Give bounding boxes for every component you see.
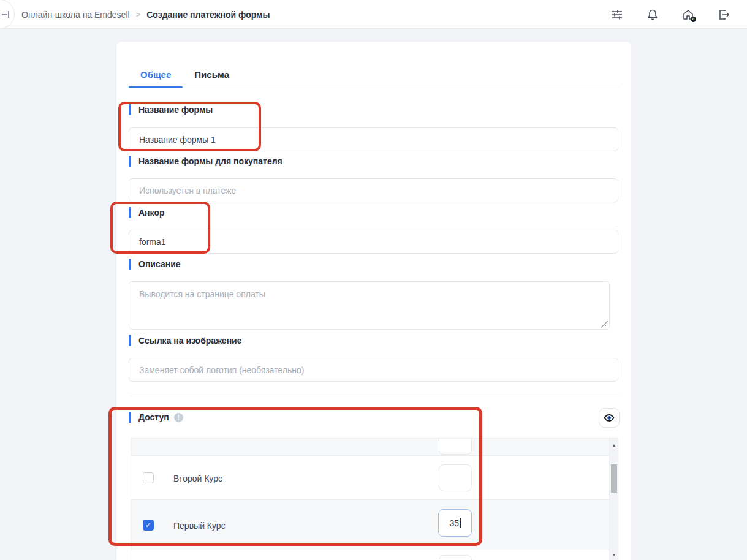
breadcrumb-separator: > [136, 10, 141, 19]
label-accent-bar [129, 207, 131, 218]
image-link-label: Ссылка на изображение [129, 335, 242, 346]
table-row-first-course: ✓ Первый Курс 35 [131, 500, 610, 550]
anchor-input[interactable] [129, 230, 618, 254]
home-icon[interactable]: 0 [682, 9, 694, 21]
access-label: Доступ ! [129, 412, 183, 423]
access-value-input[interactable] [439, 464, 472, 491]
section-divider [129, 396, 618, 396]
label-accent-bar [129, 412, 131, 423]
course-name: Первый Курс [173, 521, 226, 531]
scroll-up-arrow[interactable]: ▲ [610, 441, 618, 450]
breadcrumb-current: Создание платежной формы [146, 10, 270, 20]
collapse-icon [2, 14, 7, 15]
toggle-visibility-button[interactable] [599, 408, 620, 428]
label-accent-bar [129, 104, 131, 115]
table-row-second-course: Второй Курс [131, 456, 610, 500]
settings-sliders-icon[interactable] [611, 9, 623, 21]
tab-bar: Общее Письма [129, 60, 241, 88]
sidebar-collapse-button[interactable] [0, 0, 15, 29]
label-accent-bar [129, 156, 131, 167]
description-label: Описание [129, 259, 181, 270]
scrollbar-thumb[interactable] [611, 464, 617, 493]
buyer-name-label: Название формы для покупателя [129, 156, 282, 167]
access-value-input[interactable] [439, 555, 472, 560]
home-badge: 0 [691, 17, 696, 22]
anchor-label: Анкор [129, 207, 165, 218]
tab-letters[interactable]: Письма [183, 60, 241, 88]
breadcrumb-parent[interactable]: Онлайн-школа на Emdesell [21, 10, 130, 20]
scroll-down-arrow[interactable]: ▼ [610, 551, 618, 559]
access-value-input-focused[interactable]: 35 [438, 509, 472, 537]
label-accent-bar [129, 259, 131, 270]
course-checkbox[interactable] [143, 472, 154, 483]
label-accent-bar [129, 335, 131, 346]
breadcrumb: Онлайн-школа на Emdesell > Создание плат… [21, 0, 270, 29]
info-icon[interactable]: ! [174, 413, 183, 422]
logout-icon[interactable] [718, 9, 730, 21]
table-row-partial [131, 439, 610, 456]
form-name-input[interactable] [129, 127, 618, 151]
notifications-bell-icon[interactable] [647, 9, 659, 21]
form-name-label: Название формы [129, 104, 213, 115]
tabs-divider [129, 88, 618, 88]
top-header: Онлайн-школа на Emdesell > Создание плат… [0, 0, 747, 29]
list-scrollbar[interactable]: ▲ ▼ [609, 439, 618, 560]
payment-form-card: Общее Письма Название формы Название фор… [116, 42, 631, 560]
tab-general[interactable]: Общее [129, 60, 183, 88]
course-name: Второй Курс [173, 474, 222, 483]
access-course-list: Второй Курс ✓ Первый Курс 35 ▲ ▼ [131, 438, 618, 560]
image-link-input[interactable] [129, 358, 618, 382]
text-caret [460, 518, 461, 528]
description-textarea[interactable] [129, 281, 610, 330]
access-value-input[interactable] [439, 439, 472, 455]
eye-icon [604, 412, 615, 423]
table-row-partial [131, 550, 610, 560]
course-checkbox[interactable]: ✓ [143, 520, 154, 531]
buyer-name-input[interactable] [129, 178, 618, 202]
